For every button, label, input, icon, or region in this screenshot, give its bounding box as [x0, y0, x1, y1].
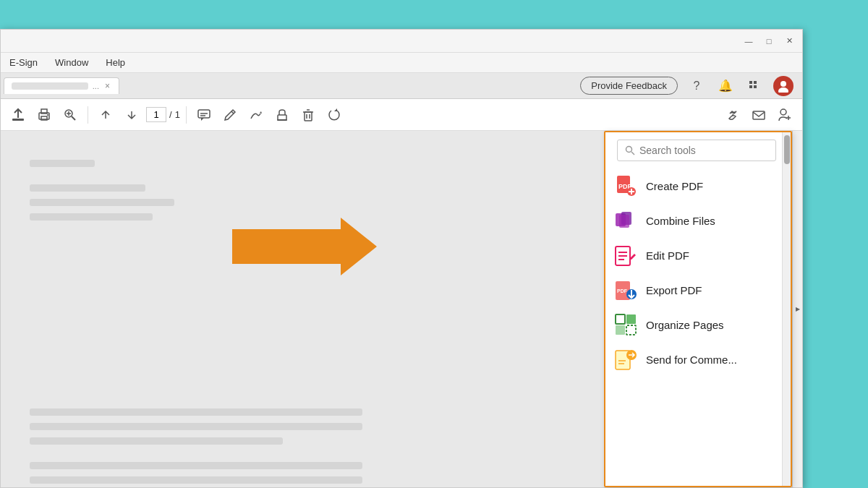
provide-feedback-button[interactable]: Provide Feedback: [580, 77, 678, 95]
stamp-button[interactable]: [271, 103, 294, 127]
comment-button[interactable]: [192, 103, 216, 127]
apps-grid-icon[interactable]: [744, 76, 765, 96]
sign-button[interactable]: [244, 103, 268, 127]
doc-line: [30, 476, 362, 484]
doc-line: [30, 160, 95, 167]
window-controls: — □ ✕: [741, 34, 796, 48]
menu-bar: E-Sign Window Help: [1, 53, 802, 73]
toolbar-separator-1: [88, 106, 88, 124]
tool-item-organize-pages[interactable]: Organize Pages: [605, 307, 791, 342]
mail-button[interactable]: [747, 103, 770, 127]
total-pages: 1: [175, 109, 180, 120]
page-down-button[interactable]: [120, 103, 143, 127]
notifications-icon[interactable]: 🔔: [715, 76, 736, 96]
tab-title-bar: [12, 82, 88, 90]
upload-button[interactable]: [7, 103, 30, 127]
svg-rect-0: [749, 81, 752, 84]
send-comment-icon: [614, 348, 637, 371]
arrow-shape: [232, 218, 377, 275]
svg-point-4: [780, 81, 786, 87]
tools-scrollbar[interactable]: [782, 132, 791, 486]
maximize-button[interactable]: □: [762, 34, 776, 48]
tools-panel: PDF Create PDF Combine Files: [604, 131, 792, 487]
svg-rect-27: [753, 111, 765, 119]
page-up-button[interactable]: [94, 103, 117, 127]
svg-rect-51: [626, 325, 636, 335]
title-bar: — □ ✕: [1, 30, 802, 53]
main-window: — □ ✕ E-Sign Window Help ... × Provide F…: [0, 29, 803, 488]
page-separator: /: [169, 109, 172, 120]
svg-rect-1: [754, 81, 757, 84]
svg-rect-6: [12, 119, 24, 121]
tab-bar: ... × Provide Feedback ? 🔔: [1, 73, 802, 99]
delete-button[interactable]: [297, 103, 320, 127]
document-tab[interactable]: ... ×: [4, 77, 119, 94]
tab-ellipsis: ...: [93, 82, 99, 90]
user-avatar[interactable]: [773, 76, 793, 96]
close-button[interactable]: ✕: [782, 34, 796, 48]
svg-rect-3: [754, 85, 757, 88]
svg-rect-9: [41, 116, 47, 120]
svg-rect-19: [278, 115, 286, 120]
export-pdf-label: Export PDF: [646, 284, 702, 296]
link-button[interactable]: [721, 103, 744, 127]
doc-line: [30, 213, 153, 221]
doc-line: [30, 199, 174, 206]
print-button[interactable]: [33, 103, 56, 127]
current-page-input[interactable]: [146, 107, 166, 122]
menu-window[interactable]: Window: [52, 56, 91, 69]
edit-pdf-icon: [614, 244, 637, 267]
svg-rect-40: [619, 215, 629, 228]
svg-line-12: [72, 116, 75, 120]
tool-item-export-pdf[interactable]: PDF Export PDF: [605, 273, 791, 307]
create-pdf-label: Create PDF: [646, 180, 703, 192]
svg-line-18: [231, 111, 234, 114]
svg-rect-20: [277, 119, 287, 121]
svg-rect-50: [616, 325, 625, 335]
combine-files-icon: [614, 209, 637, 232]
side-expand-button[interactable]: ▶: [792, 131, 802, 487]
svg-rect-21: [305, 112, 312, 121]
svg-point-31: [626, 147, 632, 153]
menu-help[interactable]: Help: [103, 56, 128, 69]
edit-pdf-label: Edit PDF: [646, 249, 689, 262]
organize-pages-icon: [614, 313, 637, 336]
svg-rect-2: [749, 85, 752, 88]
svg-text:PDF: PDF: [617, 288, 628, 294]
rotate-button[interactable]: [323, 103, 346, 127]
svg-rect-49: [626, 314, 636, 324]
tab-bar-actions: Provide Feedback ? 🔔: [119, 76, 799, 96]
svg-rect-48: [616, 314, 625, 324]
doc-line: [30, 437, 283, 445]
doc-line: [30, 423, 362, 430]
search-icon: [625, 145, 635, 155]
svg-point-10: [47, 114, 48, 116]
organize-pages-label: Organize Pages: [646, 319, 724, 331]
tools-scroll-thumb: [784, 135, 790, 164]
send-comment-label: Send for Comme...: [646, 354, 737, 366]
tool-item-combine-files[interactable]: Combine Files: [605, 203, 791, 238]
add-user-button[interactable]: [773, 103, 796, 127]
help-icon[interactable]: ?: [686, 76, 707, 96]
svg-line-32: [631, 152, 634, 155]
zoom-button[interactable]: [59, 103, 82, 127]
page-controls: / 1: [146, 107, 180, 122]
doc-line: [30, 408, 362, 416]
combine-files-label: Combine Files: [646, 215, 715, 227]
doc-line: [30, 184, 145, 192]
tool-item-create-pdf[interactable]: PDF Create PDF: [605, 168, 791, 203]
tool-item-edit-pdf[interactable]: Edit PDF: [605, 238, 791, 273]
toolbar-separator-2: [186, 106, 187, 124]
tool-item-send-comment[interactable]: Send for Comme...: [605, 342, 791, 377]
toolbar: / 1: [1, 99, 802, 131]
search-tools-input[interactable]: [639, 145, 768, 156]
menu-esign[interactable]: E-Sign: [7, 56, 41, 69]
pen-button[interactable]: [218, 103, 242, 127]
tab-close-button[interactable]: ×: [103, 81, 111, 91]
main-area: ▲ ▼ ▶: [1, 131, 802, 487]
minimize-button[interactable]: —: [741, 34, 756, 48]
arrow-container: [232, 218, 377, 275]
svg-point-5: [778, 87, 788, 93]
export-pdf-icon: PDF: [614, 278, 637, 301]
doc-line: [30, 462, 362, 469]
